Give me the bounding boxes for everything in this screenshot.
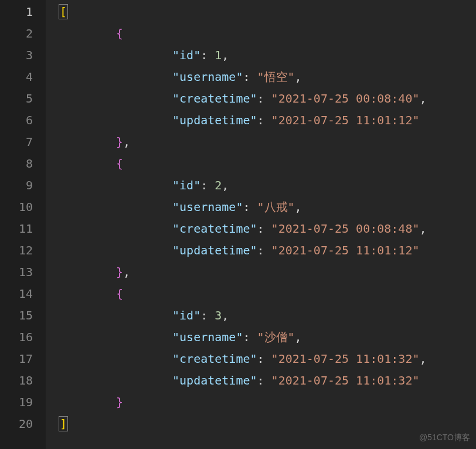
bracket-open: [ [59,4,68,19]
line-number: 13 [0,261,33,283]
code-line: ] [60,413,476,435]
code-line: "updatetime": "2021-07-25 11:01:32" [60,370,476,392]
code-line: [ [60,1,476,23]
line-number: 19 [0,392,33,413]
line-number: 10 [0,196,33,218]
line-number: 9 [0,175,33,196]
code-line: "createtime": "2021-07-25 11:01:32", [60,348,476,370]
code-line: "username": "八戒", [60,196,476,218]
line-number: 1 [0,1,33,23]
line-number: 16 [0,326,33,348]
watermark: @51CTO博客 [419,430,470,445]
line-number: 5 [0,88,33,110]
code-line: { [60,23,476,45]
line-number: 6 [0,110,33,131]
line-number: 20 [0,413,33,435]
code-area[interactable]: [ { "id": 1, "username": "悟空", "createti… [46,0,476,449]
code-line: } [60,392,476,413]
code-line: }, [60,131,476,153]
code-line: "username": "沙僧", [60,326,476,348]
code-line: "id": 2, [60,175,476,196]
bracket-close: ] [59,416,68,431]
code-line: "updatetime": "2021-07-25 11:01:12" [60,240,476,261]
line-number: 14 [0,283,33,305]
line-number: 3 [0,45,33,66]
code-line: "updatetime": "2021-07-25 11:01:12" [60,110,476,131]
code-line: }, [60,261,476,283]
line-number: 15 [0,305,33,326]
line-number: 11 [0,218,33,240]
code-line: { [60,153,476,175]
code-line: "username": "悟空", [60,66,476,88]
line-number: 17 [0,348,33,370]
code-line: "id": 1, [60,45,476,66]
code-line: { [60,283,476,305]
code-line: "id": 3, [60,305,476,326]
line-number: 12 [0,240,33,261]
line-number: 4 [0,66,33,88]
line-number: 18 [0,370,33,392]
line-number: 7 [0,131,33,153]
code-line: "createtime": "2021-07-25 00:08:40", [60,88,476,110]
line-number: 8 [0,153,33,175]
line-number: 2 [0,23,33,45]
code-line: "createtime": "2021-07-25 00:08:48", [60,218,476,240]
code-editor: 1 2 3 4 5 6 7 8 9 10 11 12 13 14 15 16 1… [0,0,476,449]
line-number-gutter: 1 2 3 4 5 6 7 8 9 10 11 12 13 14 15 16 1… [0,0,46,449]
